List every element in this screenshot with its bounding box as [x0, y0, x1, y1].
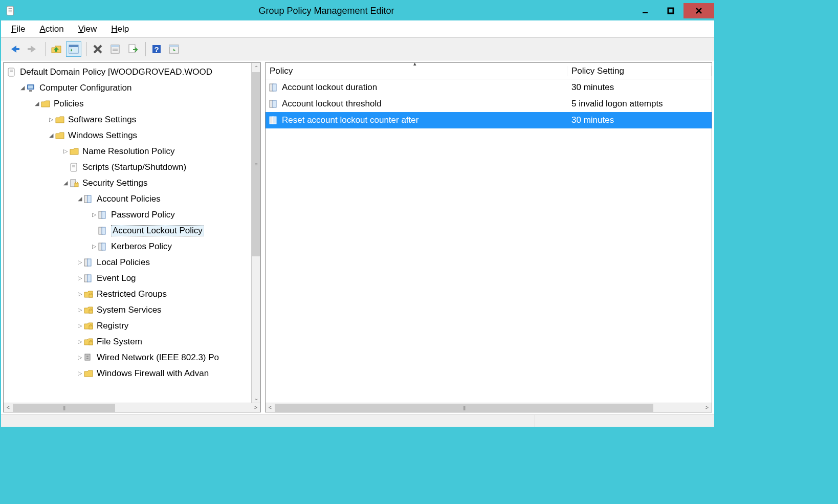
- tree-software-settings[interactable]: ▷Software Settings: [4, 112, 251, 127]
- folder-icon: [55, 130, 65, 141]
- help-button[interactable]: ?: [149, 41, 164, 57]
- list-row-selected[interactable]: Reset account lockout counter after 30 m…: [266, 112, 712, 128]
- svg-rect-9: [28, 48, 32, 50]
- status-cell: [535, 415, 714, 427]
- menu-help[interactable]: Help: [111, 24, 129, 34]
- delete-button[interactable]: [90, 41, 105, 57]
- tree-windows-settings[interactable]: ◢Windows Settings: [4, 127, 251, 143]
- properties-button[interactable]: [107, 41, 123, 57]
- expand-icon[interactable]: ▷: [76, 291, 83, 297]
- content-area: Default Domain Policy [WOODGROVEAD.WOOD …: [1, 60, 714, 414]
- back-button[interactable]: [7, 41, 23, 57]
- app-window: Group Policy Management Editor File Acti…: [0, 0, 715, 428]
- collapse-icon[interactable]: ◢: [33, 100, 40, 107]
- svg-text:?: ?: [154, 45, 159, 54]
- tree-security-settings[interactable]: ◢Security Settings: [4, 175, 251, 191]
- expand-icon[interactable]: ▷: [76, 370, 83, 377]
- menu-file[interactable]: File: [11, 24, 25, 34]
- folder-icon: [83, 368, 94, 379]
- collapse-icon[interactable]: ◢: [19, 84, 26, 91]
- tree-registry[interactable]: ▷Registry: [4, 318, 251, 334]
- tree-scripts[interactable]: Scripts (Startup/Shutdown): [4, 159, 251, 175]
- svg-rect-16: [111, 45, 119, 47]
- forward-button[interactable]: [25, 41, 40, 57]
- expand-icon[interactable]: ▷: [91, 243, 98, 250]
- titlebar[interactable]: Group Policy Management Editor: [1, 1, 714, 20]
- policy-tree[interactable]: Default Domain Policy [WOODGROVEAD.WOOD …: [4, 63, 251, 403]
- menu-view[interactable]: View: [78, 24, 97, 34]
- tree-windows-firewall[interactable]: ▷Windows Firewall with Advan: [4, 365, 251, 381]
- tree-kerberos-policy[interactable]: ▷Kerberos Policy: [4, 238, 251, 254]
- scroll-left-icon[interactable]: <: [4, 405, 13, 410]
- tree-system-services[interactable]: ▷System Services: [4, 302, 251, 318]
- svg-rect-59: [273, 117, 276, 124]
- tree-root[interactable]: Default Domain Policy [WOODGROVEAD.WOOD: [4, 64, 251, 80]
- policy-icon: [98, 242, 108, 252]
- list-row[interactable]: Account lockout duration 30 minutes: [266, 79, 712, 96]
- show-hide-tree-button[interactable]: [66, 41, 81, 57]
- expand-icon[interactable]: ▷: [76, 306, 83, 313]
- up-button[interactable]: [49, 41, 64, 57]
- menu-action[interactable]: Action: [39, 24, 63, 34]
- expand-icon[interactable]: ▷: [48, 116, 55, 123]
- list-horizontal-scrollbar[interactable]: < ||| >: [266, 403, 712, 412]
- tree-account-policies[interactable]: ◢Account Policies: [4, 191, 251, 207]
- svg-rect-29: [29, 90, 32, 92]
- tree-wired-network[interactable]: ▷Wired Network (IEEE 802.3) Po: [4, 349, 251, 365]
- scroll-up-icon[interactable]: ⌃: [252, 63, 260, 72]
- tree-password-policy[interactable]: ▷Password Policy: [4, 207, 251, 223]
- tree-account-lockout-policy[interactable]: Account Lockout Policy: [4, 223, 251, 238]
- scroll-right-icon[interactable]: >: [251, 405, 260, 410]
- svg-rect-11: [69, 45, 78, 47]
- app-icon: [5, 5, 16, 16]
- tree-pane: Default Domain Policy [WOODGROVEAD.WOOD …: [3, 62, 261, 412]
- svg-rect-30: [71, 163, 77, 171]
- security-icon: [69, 178, 79, 188]
- list-header: Policy Policy Setting: [266, 63, 712, 79]
- svg-rect-49: [89, 326, 93, 329]
- column-header-policy[interactable]: Policy: [266, 66, 567, 76]
- policy-item-icon: [269, 99, 279, 109]
- svg-rect-53: [86, 358, 89, 359]
- maximize-button[interactable]: [658, 3, 683, 18]
- tree-event-log[interactable]: ▷Event Log: [4, 270, 251, 286]
- tree-local-policies[interactable]: ▷Local Policies: [4, 254, 251, 270]
- list-row[interactable]: Account lockout threshold 5 invalid logo…: [266, 96, 712, 112]
- close-button[interactable]: [683, 3, 714, 18]
- collapse-icon[interactable]: ◢: [48, 132, 55, 139]
- minimize-button[interactable]: [632, 3, 658, 18]
- scroll-right-icon[interactable]: >: [702, 405, 712, 410]
- policy-icon: [98, 210, 108, 220]
- scroll-down-icon[interactable]: ⌄: [252, 393, 260, 403]
- svg-rect-23: [169, 45, 179, 47]
- expand-icon[interactable]: ▷: [76, 322, 83, 329]
- tree-computer-config[interactable]: ◢Computer Configuration: [4, 80, 251, 96]
- tree-file-system[interactable]: ▷File System: [4, 334, 251, 349]
- toolbar-separator: [86, 42, 87, 56]
- tree-vertical-scrollbar[interactable]: ⌃ ≡ ⌄: [251, 63, 260, 403]
- policy-icon: [83, 257, 94, 268]
- expand-icon[interactable]: ▷: [62, 148, 69, 155]
- computer-icon: [26, 83, 36, 93]
- tree-horizontal-scrollbar[interactable]: < ||| >: [4, 403, 260, 412]
- expand-icon[interactable]: ▷: [91, 211, 98, 218]
- toolbar: ?: [1, 38, 714, 60]
- expand-icon[interactable]: ▷: [76, 338, 83, 345]
- expand-icon[interactable]: ▷: [76, 275, 83, 281]
- menubar: File Action View Help: [1, 20, 714, 38]
- collapse-icon[interactable]: ◢: [76, 195, 83, 202]
- collapse-icon[interactable]: ◢: [62, 180, 69, 186]
- expand-icon[interactable]: ▷: [76, 259, 83, 266]
- filter-button[interactable]: [166, 41, 182, 57]
- svg-rect-48: [89, 310, 93, 313]
- svg-rect-46: [87, 275, 91, 282]
- tree-name-resolution[interactable]: ▷Name Resolution Policy: [4, 143, 251, 159]
- list-body[interactable]: Account lockout duration 30 minutes Acco…: [266, 79, 712, 403]
- tree-policies[interactable]: ◢Policies: [4, 96, 251, 112]
- export-list-button[interactable]: [125, 41, 140, 57]
- tree-restricted-groups[interactable]: ▷Restricted Groups: [4, 286, 251, 302]
- expand-icon[interactable]: ▷: [76, 354, 83, 361]
- list-pane: Policy Policy Setting Account lockout du…: [265, 62, 712, 412]
- scroll-left-icon[interactable]: <: [266, 405, 275, 410]
- column-header-setting[interactable]: Policy Setting: [567, 66, 712, 76]
